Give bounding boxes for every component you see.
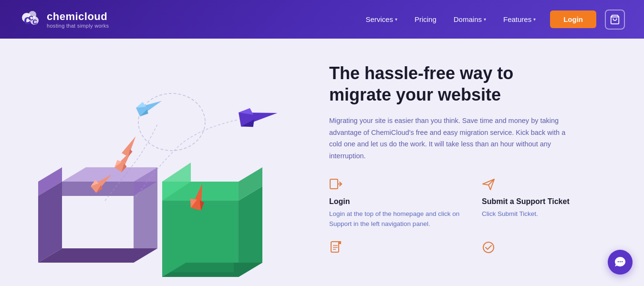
- feature-details: [329, 241, 463, 261]
- logo-tagline: hosting that simply works: [47, 23, 109, 29]
- chevron-down-icon: ▾: [533, 17, 536, 22]
- svg-text:c: c: [32, 17, 37, 26]
- main-content: The hassle-free way to migrate your webs…: [0, 39, 644, 286]
- chat-icon: [614, 256, 626, 268]
- svg-marker-21: [167, 205, 234, 272]
- login-button[interactable]: Login: [550, 10, 596, 28]
- feature-verify: [482, 241, 615, 261]
- nav-domains[interactable]: Domains ▾: [447, 11, 493, 27]
- illustration: [0, 39, 310, 286]
- feature-login-title: Login: [329, 197, 463, 206]
- login-icon: [329, 177, 463, 194]
- header: c c c chemicloud hosting that simply wor…: [0, 0, 644, 39]
- chevron-down-icon: ▾: [484, 17, 486, 22]
- svg-point-51: [620, 261, 621, 263]
- logo-name: chemicloud: [47, 10, 109, 23]
- cart-icon: [610, 14, 620, 25]
- content-area: The hassle-free way to migrate your webs…: [310, 39, 644, 286]
- features-grid: Login Login at the top of the homepage a…: [329, 177, 615, 261]
- page-description: Migrating your site is easier than you t…: [329, 115, 577, 162]
- svg-rect-44: [331, 242, 339, 252]
- feature-login-desc: Login at the top of the homepage and cli…: [329, 209, 463, 229]
- cart-button[interactable]: [605, 10, 625, 30]
- logo-text: chemicloud hosting that simply works: [47, 10, 109, 29]
- feature-support: Submit a Support Ticket Click Submit Tic…: [482, 177, 615, 229]
- chat-button[interactable]: [608, 250, 633, 275]
- file-icon: [329, 241, 463, 257]
- nav-features[interactable]: Features ▾: [497, 11, 542, 27]
- logo[interactable]: c c c chemicloud hosting that simply wor…: [19, 8, 109, 31]
- svg-point-49: [483, 242, 494, 253]
- logo-icon: c c c: [19, 8, 42, 31]
- svg-rect-40: [330, 179, 338, 189]
- nav-pricing[interactable]: Pricing: [408, 11, 443, 27]
- main-nav: Services ▾ Pricing Domains ▾ Features ▾ …: [359, 10, 625, 30]
- check-circle-icon: [482, 241, 615, 257]
- feature-support-title: Submit a Support Ticket: [482, 197, 615, 206]
- nav-services[interactable]: Services ▾: [359, 11, 404, 27]
- send-icon: [482, 177, 615, 194]
- svg-point-52: [622, 261, 623, 263]
- svg-point-50: [618, 261, 619, 263]
- chevron-down-icon: ▾: [395, 17, 397, 22]
- feature-login: Login Login at the top of the homepage a…: [329, 177, 463, 229]
- page-title: The hassle-free way to migrate your webs…: [329, 62, 568, 105]
- feature-support-desc: Click Submit Ticket.: [482, 209, 615, 219]
